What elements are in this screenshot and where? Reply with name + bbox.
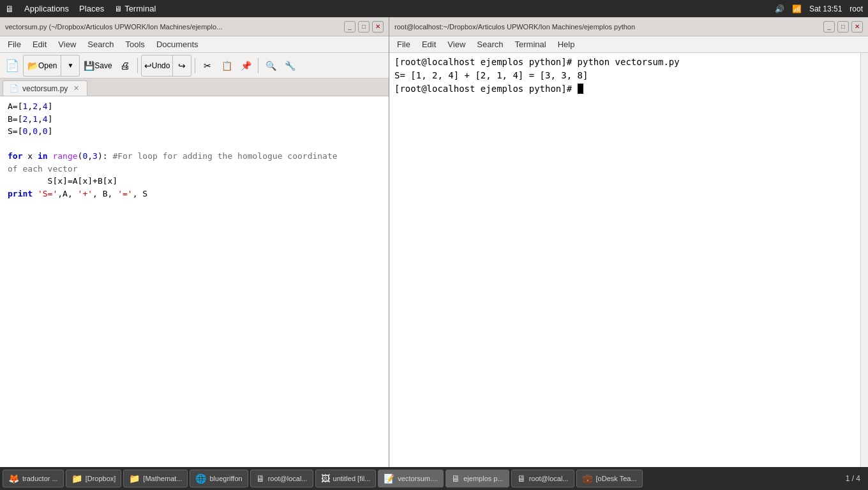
- terminal-menu-help[interactable]: Help: [553, 38, 580, 50]
- new-button[interactable]: 📄: [3, 56, 22, 76]
- terminal-line-2: S= [1, 2, 4] + [2, 1, 4] = [3, 3, 8]: [394, 69, 855, 82]
- terminal-line-1: [root@localhost ejemplos python]# python…: [394, 56, 855, 69]
- undo-button-group: ↩ Undo ↪: [141, 55, 192, 77]
- system-bar: 🖥 Applications Places 🖥 Terminal 🔊 📶 Sat…: [0, 0, 868, 17]
- menu-file[interactable]: File: [3, 38, 26, 50]
- menu-tools[interactable]: Tools: [121, 38, 150, 50]
- menu-edit[interactable]: Edit: [27, 38, 52, 50]
- terminal-minimize-button[interactable]: _: [823, 21, 835, 33]
- editor-titlebar: vectorsum.py (~/Dropbox/Articulos UPWORK…: [0, 17, 389, 36]
- taskbar-label-gedit: vectorsum....: [398, 475, 438, 482]
- toolbar-separator-3: [258, 58, 258, 73]
- terminal-close-button[interactable]: ✕: [851, 21, 863, 33]
- code-line-4: [0, 138, 389, 151]
- terminal-menubar: File Edit View Search Terminal Help: [389, 36, 868, 53]
- system-bar-left: 🖥 Applications Places 🖥 Terminal: [5, 4, 156, 14]
- taskbar-label-odesk: [oDesk Tea...: [596, 475, 637, 482]
- taskbar-counter: 1 / 4: [846, 474, 865, 483]
- editor-titlebar-controls: _ □ ✕: [344, 21, 384, 33]
- terminal-window: root@localhost:~/Dropbox/Articulos UPWOR…: [389, 17, 868, 490]
- taskbar: 🦊 traductor ... 📁 [Dropbox] 📁 [Mathemat.…: [0, 467, 868, 490]
- editor-window: vectorsum.py (~/Dropbox/Articulos UPWORK…: [0, 17, 389, 490]
- close-button[interactable]: ✕: [372, 21, 384, 33]
- toolbar-separator-1: [137, 58, 138, 73]
- find-button[interactable]: 🔍: [262, 56, 280, 76]
- editor-code-area[interactable]: A=[1,2,4] B=[2,1,4] S=[0,0,0] for x in r…: [0, 96, 389, 473]
- editor-tabs: 📄 vectorsum.py ✕: [0, 78, 389, 96]
- taskbar-label-mathemat: [Mathemat...: [143, 475, 182, 482]
- terminal-title: root@localhost:~/Dropbox/Articulos UPWOR…: [394, 23, 823, 31]
- clock: Sat 13:51: [809, 4, 842, 13]
- user-label: root: [849, 4, 863, 13]
- open-button[interactable]: 📂 Open: [24, 56, 61, 76]
- taskbar-item-gimp[interactable]: 🖼 untitled [fil...: [315, 470, 377, 487]
- replace-button[interactable]: 🔧: [281, 56, 299, 76]
- code-line-3: S=[0,0,0]: [0, 125, 389, 138]
- main-area: vectorsum.py (~/Dropbox/Articulos UPWORK…: [0, 17, 868, 490]
- terminal-menu-file[interactable]: File: [392, 38, 415, 50]
- taskbar-label-terminal2: root@local...: [529, 475, 569, 482]
- print-button[interactable]: 🖨: [116, 56, 134, 76]
- terminal-menu-view[interactable]: View: [442, 38, 470, 50]
- code-line-7: S[x]=A[x]+B[x]: [0, 175, 389, 188]
- paste-button[interactable]: 📌: [237, 56, 255, 76]
- taskbar-label-gimp: untitled [fil...: [333, 475, 371, 482]
- maximize-button[interactable]: □: [358, 21, 370, 33]
- volume-icon: 🔊: [775, 4, 784, 13]
- taskbar-item-mathemat[interactable]: 📁 [Mathemat...: [123, 470, 188, 487]
- taskbar-item-gedit[interactable]: 📝 vectorsum....: [378, 470, 444, 487]
- taskbar-item-odesk[interactable]: 💼 [oDesk Tea...: [576, 470, 643, 487]
- open-button-group: 📂 Open ▼: [23, 55, 80, 77]
- code-line-5: for x in range(0,3): #For loop for addin…: [0, 150, 389, 163]
- tab-close-button[interactable]: ✕: [71, 84, 80, 93]
- open-dropdown[interactable]: ▼: [61, 56, 79, 76]
- taskbar-item-terminal2[interactable]: 🖥 root@local...: [511, 470, 574, 487]
- applications-menu[interactable]: Applications: [24, 4, 69, 13]
- taskbar-item-traductor[interactable]: 🦊 traductor ...: [3, 470, 64, 487]
- terminal-scrollbar[interactable]: [860, 53, 868, 490]
- taskbar-label-dropbox: [Dropbox]: [86, 475, 116, 482]
- code-line-6: of each vector: [0, 163, 389, 175]
- terminal-cursor: [578, 84, 583, 94]
- terminal-maximize-button[interactable]: □: [837, 21, 849, 33]
- menu-search[interactable]: Search: [82, 38, 119, 50]
- taskbar-label-traductor: traductor ...: [22, 475, 58, 482]
- taskbar-label-ejemplos: ejemplos p...: [463, 475, 503, 482]
- minimize-button[interactable]: _: [344, 21, 355, 33]
- taskbar-item-terminal1[interactable]: 🖥 root@local...: [250, 470, 313, 487]
- cut-button[interactable]: ✂: [198, 56, 216, 76]
- taskbar-item-ejemplos[interactable]: 🖥 ejemplos p...: [445, 470, 509, 487]
- places-menu[interactable]: Places: [79, 4, 104, 13]
- editor-toolbar: 📄 📂 Open ▼ 💾 Save 🖨 ↩ Undo ↪ ✂ 📋 📌 🔍 🔧: [0, 53, 389, 78]
- terminal-area-wrapper: [root@localhost ejemplos python]# python…: [389, 53, 868, 490]
- toolbar-separator-2: [195, 58, 195, 73]
- terminal-menu-item[interactable]: 🖥 Terminal: [114, 4, 156, 13]
- editor-tab-vectorsum[interactable]: 📄 vectorsum.py ✕: [3, 80, 87, 96]
- terminal-content[interactable]: [root@localhost ejemplos python]# python…: [389, 53, 860, 490]
- system-bar-right: 🔊 📶 Sat 13:51 root: [775, 4, 863, 13]
- copy-button[interactable]: 📋: [218, 56, 236, 76]
- editor-title: vectorsum.py (~/Dropbox/Articulos UPWORK…: [5, 23, 222, 31]
- undo-button[interactable]: ↩ Undo: [142, 56, 174, 76]
- menu-view[interactable]: View: [53, 38, 81, 50]
- app-icon: 🖥: [5, 4, 14, 14]
- taskbar-label-bluegriffon: bluegriffon: [209, 475, 242, 482]
- terminal-menu-terminal[interactable]: Terminal: [510, 38, 551, 50]
- tab-icon: 📄: [10, 84, 19, 93]
- menu-documents[interactable]: Documents: [151, 38, 204, 50]
- editor-menubar: File Edit View Search Tools Documents: [0, 36, 389, 53]
- code-line-8: print 'S=',A, '+', B, '=', S: [0, 188, 389, 200]
- terminal-titlebar: root@localhost:~/Dropbox/Articulos UPWOR…: [389, 17, 868, 36]
- code-line-1: A=[1,2,4]: [0, 100, 389, 113]
- taskbar-item-dropbox[interactable]: 📁 [Dropbox]: [66, 470, 122, 487]
- taskbar-item-bluegriffon[interactable]: 🌐 bluegriffon: [190, 470, 248, 487]
- terminal-menu-search[interactable]: Search: [472, 38, 508, 50]
- network-icon: 📶: [792, 4, 802, 13]
- save-button[interactable]: 💾 Save: [81, 56, 114, 76]
- code-line-2: B=[2,1,4]: [0, 113, 389, 126]
- terminal-menu-edit[interactable]: Edit: [417, 38, 441, 50]
- taskbar-label-terminal1: root@local...: [268, 475, 308, 482]
- terminal-line-3: [root@localhost ejemplos python]#: [394, 82, 855, 96]
- terminal-titlebar-controls: _ □ ✕: [823, 21, 863, 33]
- redo-button[interactable]: ↪: [173, 56, 191, 76]
